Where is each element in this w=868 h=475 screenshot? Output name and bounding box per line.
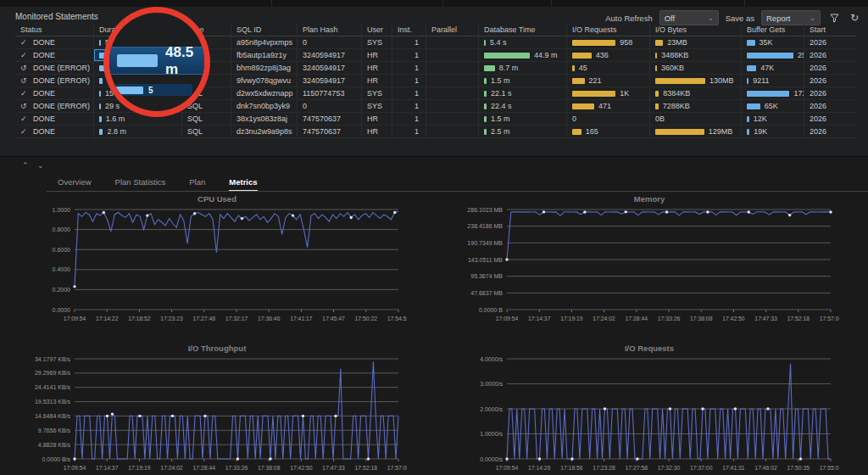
column-header-user[interactable]: User [361, 24, 392, 36]
check-icon: ✓ [20, 127, 31, 136]
svg-text:29.2969 KB/s: 29.2969 KB/s [35, 370, 71, 376]
svg-text:17:09:54: 17:09:54 [64, 465, 86, 471]
cell-user: HR [361, 62, 392, 74]
check-icon: ✓ [20, 115, 31, 123]
cell-status: ✓DONE [15, 113, 93, 125]
duration-bar [99, 129, 103, 135]
column-header-status[interactable]: Status [15, 24, 93, 36]
cell-start: 2026 [804, 113, 854, 125]
buffer_gets-value: 19K [754, 127, 767, 136]
tab-plan[interactable]: Plan [189, 174, 205, 191]
duration-bar [99, 116, 102, 122]
buffer_gets-value: 172K [793, 89, 804, 98]
chart-block: I/O Requests4.0000/s3.0000/s2.0000/s1.00… [441, 344, 858, 475]
filter-icon[interactable] [827, 11, 841, 25]
save-as-label: Save as [726, 14, 754, 23]
svg-text:17:38:08: 17:38:08 [258, 465, 281, 471]
data-point-marker [138, 415, 141, 417]
svg-text:17:57:00: 17:57:00 [820, 316, 839, 321]
svg-text:17:28:44: 17:28:44 [626, 316, 648, 321]
db_time-bar [484, 103, 487, 109]
cell-sql_id: dz3nu2w9a9p8s [231, 126, 297, 137]
detail-pane: ⌃ ⌄ OverviewPlan StatisticsPlanMetrics C… [0, 156, 868, 475]
svg-text:17:27:58: 17:27:58 [626, 465, 648, 471]
data-point-marker [146, 214, 148, 216]
buffer_gets-bar [747, 91, 789, 97]
cell-buffer_gets: 35K [741, 36, 804, 48]
column-header-buffer_gets[interactable]: Buffer Gets [741, 24, 804, 36]
svg-text:0.0000 B/s: 0.0000 B/s [42, 456, 71, 462]
io_requests-value: 165 [586, 127, 598, 136]
column-header-start[interactable]: Start [804, 24, 854, 36]
column-header-io_bytes[interactable]: I/O Bytes [649, 24, 741, 36]
io_bytes-value: 360KB [661, 64, 684, 72]
magnified-duration-bar: 48.5 m [104, 47, 209, 75]
check-icon: ✓ [20, 51, 31, 59]
svg-text:19.5313 KB/s: 19.5313 KB/s [35, 399, 71, 405]
cell-parallel [426, 36, 478, 48]
svg-text:17:23:28: 17:23:28 [593, 465, 615, 471]
data-point-marker [73, 285, 75, 288]
cell-buffer_gets: 9211 [741, 75, 804, 87]
cell-io_bytes: 130MB [649, 75, 741, 87]
chart-block: Memory286.1023 MB238.4186 MB190.7349 MB1… [441, 194, 858, 332]
cell-plan_hash: 1150774753 [297, 87, 361, 99]
cell-db_time: 22.1 s [478, 87, 566, 99]
data-point-marker [350, 216, 353, 219]
refresh-icon[interactable]: ↻ [848, 11, 861, 25]
chart-title: Memory [441, 194, 858, 206]
cell-start: 2026 [804, 100, 854, 112]
buffer_gets-bar [747, 129, 749, 135]
chart-block: I/O Throughput34.1797 KB/s29.2969 KB/s24… [8, 344, 426, 475]
column-header-io_requests[interactable]: I/O Requests [566, 24, 649, 36]
cell-sql_id: 38x1ys083z8aj [231, 113, 297, 125]
cell-buffer_gets: 65K [741, 100, 804, 112]
svg-text:17:18:52: 17:18:52 [128, 316, 151, 321]
cell-db_time: 5.4 s [478, 36, 566, 48]
cell-io_requests: 436 [566, 49, 649, 61]
cell-io_requests: 221 [566, 75, 649, 87]
column-header-parallel[interactable]: Parallel [426, 24, 478, 36]
svg-text:3.0000/s: 3.0000/s [480, 381, 503, 387]
tab-plan-statistics[interactable]: Plan Statistics [115, 174, 166, 191]
svg-text:0.0000/s: 0.0000/s [480, 456, 503, 462]
svg-text:17:54:53: 17:54:53 [387, 316, 407, 321]
metrics-charts: CPU Used1.00000.80000.60000.40000.20000.… [8, 194, 858, 475]
io_bytes-value: 23MB [667, 38, 687, 47]
cell-plan_hash: 3240594917 [297, 49, 361, 61]
data-point-marker [171, 415, 174, 417]
svg-text:17:47:33: 17:47:33 [322, 465, 345, 471]
magnified-duration-value: 48.5 m [165, 44, 209, 78]
cell-parallel [426, 126, 478, 137]
cell-db_time: 1.5 m [478, 75, 566, 87]
svg-text:0.8000: 0.8000 [53, 226, 71, 232]
cell-user: HR [361, 75, 392, 87]
column-header-sql_id[interactable]: SQL ID [231, 24, 297, 36]
cell-db_time: 1.5 m [478, 113, 566, 125]
io_requests-bar [572, 91, 615, 97]
db_time-bar [484, 65, 495, 71]
cell-user: HR [361, 49, 392, 61]
data-point-marker [734, 407, 737, 410]
column-header-plan_hash[interactable]: Plan Hash [297, 24, 361, 36]
chart-line [507, 212, 831, 260]
cell-user: SYS [361, 87, 392, 99]
svg-text:190.7349 MB: 190.7349 MB [467, 240, 503, 246]
svg-text:17:36:46: 17:36:46 [258, 316, 281, 321]
column-header-db_time[interactable]: Database Time [478, 24, 566, 36]
duration-value: 2.8 m [107, 127, 126, 136]
cell-sql_id: bhm892zp8j3ag [231, 62, 297, 74]
svg-text:17:32:30: 17:32:30 [658, 465, 681, 471]
collapse-chevrons-icon[interactable]: ⌃ ⌄ [22, 161, 47, 170]
svg-text:17:23:23: 17:23:23 [160, 316, 183, 321]
svg-text:17:38:08: 17:38:08 [690, 316, 713, 321]
table-row[interactable]: ✓DONE2.8 mSQLdz3nu2w9a9p8s747570637HR12.… [15, 126, 856, 138]
tab-overview[interactable]: Overview [58, 174, 92, 191]
cell-inst: 1 [392, 87, 426, 99]
svg-text:286.1023 MB: 286.1023 MB [467, 207, 503, 213]
cell-io_requests: 1K [566, 87, 649, 99]
tab-metrics[interactable]: Metrics [229, 174, 257, 191]
svg-text:17:42:50: 17:42:50 [290, 465, 313, 471]
column-header-inst[interactable]: Inst. [392, 24, 426, 36]
data-point-marker [583, 210, 586, 213]
